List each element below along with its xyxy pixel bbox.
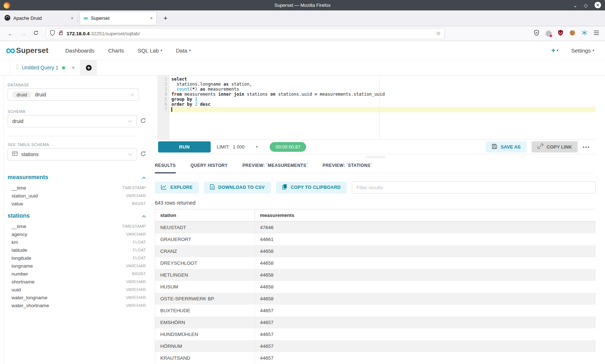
table-row[interactable]: EMSHÖRN44657 bbox=[155, 317, 596, 328]
back-button[interactable]: ← bbox=[8, 31, 13, 37]
results-table: station measurements NEUSTADT47646GRAUER… bbox=[155, 209, 596, 364]
snowflake-extension-icon[interactable] bbox=[582, 30, 587, 37]
column-row: __timeTIMESTAMP bbox=[8, 184, 146, 192]
code-line: order by 2 desc bbox=[171, 102, 596, 107]
cell-measurements: 44661 bbox=[255, 233, 596, 245]
window-maximize-icon[interactable]: ◇ bbox=[584, 3, 588, 8]
table-row[interactable]: HUSUM44658 bbox=[155, 281, 596, 293]
extension-shield-icon[interactable] bbox=[534, 30, 539, 37]
sqllab-sidebar: DATABASE druid druid SCHEMA druid SEE TA… bbox=[4, 76, 153, 364]
bookmark-star-icon[interactable]: ☆ bbox=[436, 30, 441, 37]
browser-tab-apache-druid[interactable]: Apache Druid × bbox=[1, 12, 77, 25]
explore-button[interactable]: EXPLORE bbox=[155, 182, 199, 194]
table-section-header-stations[interactable]: stations bbox=[8, 213, 146, 219]
nav-item-dashboards[interactable]: Dashboards bbox=[65, 47, 94, 54]
nav-item-charts[interactable]: Charts bbox=[108, 47, 124, 54]
table-row[interactable]: BUXTEHUDE44657 bbox=[155, 305, 596, 317]
refresh-tables-icon[interactable] bbox=[140, 151, 146, 158]
add-query-tab-button[interactable] bbox=[81, 60, 97, 75]
superset-logo[interactable]: ∞ Superset bbox=[6, 45, 48, 56]
column-name: value bbox=[12, 201, 23, 206]
plus-circle-icon bbox=[86, 65, 92, 71]
database-select[interactable]: druid druid bbox=[8, 88, 139, 101]
cell-measurements: 47646 bbox=[255, 222, 596, 233]
tab-close-icon[interactable]: × bbox=[150, 15, 153, 21]
forward-button[interactable]: → bbox=[21, 31, 26, 37]
chevron-down-icon bbox=[130, 94, 134, 96]
browser-titlebar: Superset — Mozilla Firefox ⌄ ◇ bbox=[0, 0, 605, 10]
table-row[interactable]: HÖRNUM44657 bbox=[155, 340, 596, 352]
run-button[interactable]: RUN bbox=[158, 141, 211, 153]
link-icon bbox=[537, 143, 543, 150]
ublock-shield-icon[interactable] bbox=[558, 30, 563, 37]
column-type: VARCHAR bbox=[126, 232, 146, 236]
sqllab-content: 1234567 select stations.longname as stat… bbox=[153, 76, 605, 364]
tab-close-icon[interactable]: × bbox=[71, 15, 73, 21]
browser-tab-superset[interactable]: ∞ Superset × bbox=[80, 12, 156, 25]
insecure-lock-icon[interactable] bbox=[58, 30, 63, 37]
nav-item-sql-lab[interactable]: SQL Lab▾ bbox=[138, 47, 162, 54]
query-tab-untitled-query-1[interactable]: Untitled Query 1 × bbox=[10, 60, 81, 75]
tab-preview-measurements[interactable]: PREVIEW: `MEASUREMENTS` bbox=[242, 163, 308, 173]
column-header-measurements[interactable]: measurements bbox=[255, 209, 596, 221]
table-schema-select[interactable]: stations bbox=[8, 148, 137, 160]
tab-preview-stations[interactable]: PREVIEW: `STATIONS` bbox=[323, 163, 372, 173]
cell-station: EMSHÖRN bbox=[155, 317, 255, 328]
table-name: measurements bbox=[8, 174, 48, 181]
tracking-shield-icon[interactable] bbox=[50, 30, 55, 37]
tab-query-history[interactable]: QUERY HISTORY bbox=[191, 163, 228, 173]
tab-results[interactable]: RESULTS bbox=[155, 163, 176, 173]
limit-dropdown[interactable]: LIMIT: 1 000 ▾ bbox=[217, 144, 257, 150]
settings-menu-button[interactable]: Settings▾ bbox=[571, 47, 594, 54]
query-timer-badge: 00:00:00.87 bbox=[270, 142, 306, 152]
table-row[interactable]: GRAUERORT44661 bbox=[155, 233, 596, 245]
filter-results-input[interactable] bbox=[352, 181, 596, 194]
table-row[interactable]: NEUSTADT47646 bbox=[155, 222, 596, 233]
table-row[interactable]: DREYSCHLOOT44658 bbox=[155, 257, 596, 269]
profile-avatar-icon[interactable] bbox=[546, 31, 552, 37]
refresh-schemas-icon[interactable] bbox=[140, 118, 146, 125]
reload-button[interactable] bbox=[33, 30, 39, 37]
table-row[interactable]: HETLINGEN44658 bbox=[155, 269, 596, 281]
column-row: agencyVARCHAR bbox=[8, 230, 146, 238]
chevron-down-icon: ▾ bbox=[161, 49, 162, 52]
schema-select[interactable]: druid bbox=[8, 115, 137, 127]
gutter-line-number: 5 bbox=[157, 97, 167, 102]
query-tab-close-icon[interactable]: × bbox=[72, 65, 75, 70]
results-tabbar: RESULTS QUERY HISTORY PREVIEW: `MEASUREM… bbox=[155, 159, 596, 173]
table-row[interactable]: HUNDSMÜHLEN44657 bbox=[155, 328, 596, 340]
schema-label: SCHEMA bbox=[8, 109, 146, 114]
query-status-dot bbox=[62, 66, 65, 69]
url-field[interactable]: 172.18.0.4:32251/superset/sqllab/ ☆ bbox=[46, 28, 445, 39]
column-row: kmFLOAT bbox=[8, 238, 146, 246]
druid-favicon-icon bbox=[4, 15, 10, 22]
copy-clipboard-button[interactable]: COPY TO CLIPBOARD bbox=[276, 182, 347, 194]
table-row[interactable]: KRAUTSAND44657 bbox=[155, 352, 596, 364]
copy-link-button[interactable]: COPY LINK bbox=[532, 141, 578, 153]
column-row: uuidVARCHAR bbox=[8, 286, 146, 294]
new-item-menu-button[interactable]: +▾ bbox=[551, 46, 559, 54]
superset-navbar: ∞ Superset Dashboards Charts SQL Lab▾ Da… bbox=[0, 41, 605, 60]
table-row[interactable]: OSTE-SPERRWERK BP44658 bbox=[155, 293, 596, 305]
column-row: __timeTIMESTAMP bbox=[8, 222, 146, 230]
nav-item-data[interactable]: Data▾ bbox=[176, 47, 191, 54]
sql-editor[interactable]: 1234567 select stations.longname as stat… bbox=[157, 76, 596, 140]
schema-tables: measurements__timeTIMESTAMPstation_uuidV… bbox=[8, 174, 146, 309]
column-header-station[interactable]: station bbox=[155, 209, 255, 221]
more-options-icon[interactable]: ••• bbox=[583, 144, 590, 150]
pane-splitter[interactable] bbox=[155, 154, 596, 159]
save-as-button[interactable]: SAVE AS bbox=[486, 141, 526, 153]
table-row[interactable]: CRANZ44658 bbox=[155, 245, 596, 257]
chevron-up-icon[interactable] bbox=[142, 174, 146, 181]
new-tab-button[interactable]: + bbox=[161, 14, 170, 22]
column-type: VARCHAR bbox=[126, 264, 146, 268]
editor-code[interactable]: select stations.longname as station, cou… bbox=[169, 76, 596, 139]
url-path: :32251/superset/sqllab/ bbox=[90, 31, 140, 36]
cookie-extension-icon[interactable] bbox=[569, 30, 575, 37]
window-close-icon[interactable] bbox=[594, 1, 601, 9]
download-csv-button[interactable]: DOWNLOAD TO CSV bbox=[204, 182, 271, 194]
chevron-up-icon[interactable] bbox=[142, 213, 146, 219]
table-section-header-measurements[interactable]: measurements bbox=[8, 174, 146, 181]
window-minimize-icon[interactable]: ⌄ bbox=[573, 3, 577, 8]
hamburger-menu-icon[interactable] bbox=[593, 30, 599, 37]
